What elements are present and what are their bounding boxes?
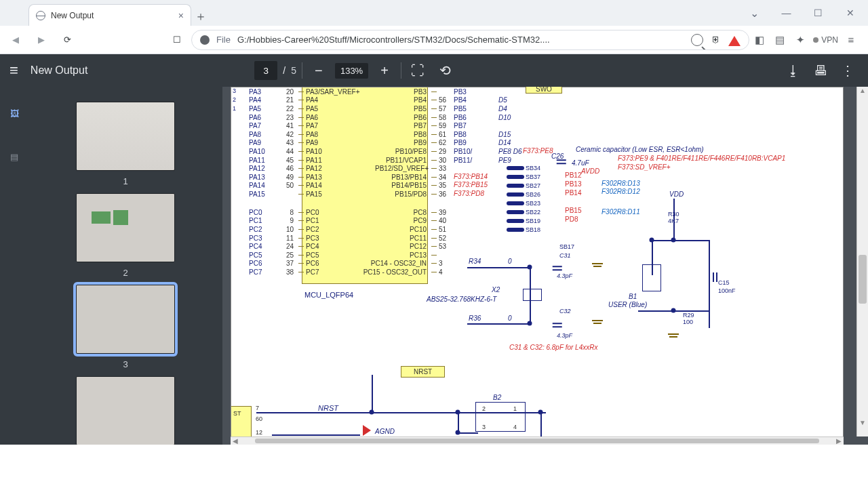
pdf-toolbar: ≡ New Output / 5 − 133% + ⛶ ⟲ ⭳ 🖶 ⋮ bbox=[0, 54, 868, 87]
tab-strip: New Output × ＋ ⌄ — ☐ ✕ bbox=[0, 0, 868, 26]
vpn-button[interactable]: VPN bbox=[813, 35, 838, 45]
nrst-label: NRST bbox=[401, 366, 445, 378]
back-button[interactable]: ◀ bbox=[4, 28, 27, 52]
close-window-button[interactable]: ✕ bbox=[835, 3, 865, 23]
bookmark-icon[interactable]: ☐ bbox=[165, 28, 189, 52]
maximize-button[interactable]: ☐ bbox=[803, 3, 833, 23]
scroll-up-icon[interactable]: ▲ bbox=[857, 87, 868, 96]
browser-tab[interactable]: New Output × bbox=[28, 4, 191, 26]
url-bar: ◀ ▶ ⟳ ☐ File G:/Hobbies-Career%20Stuff/M… bbox=[0, 26, 868, 54]
mcu-label: MCU_LQFP64 bbox=[304, 291, 353, 299]
tabs-dropdown-icon[interactable]: ⌄ bbox=[739, 3, 770, 23]
hscroll-thumb[interactable] bbox=[255, 439, 819, 443]
sidebar-icon[interactable]: ◧ bbox=[752, 33, 767, 47]
page-number-input[interactable] bbox=[254, 61, 277, 80]
zoom-in-button[interactable]: + bbox=[374, 60, 395, 81]
pdf-viewer: ≡ New Output / 5 − 133% + ⛶ ⟲ ⭳ 🖶 ⋮ 🖼 ▤ … bbox=[0, 54, 868, 445]
scroll-thumb[interactable] bbox=[859, 255, 867, 304]
rotate-icon[interactable]: ⟲ bbox=[434, 60, 456, 81]
thumbnails-tab-icon[interactable]: 🖼 bbox=[4, 103, 24, 123]
thumbnail-panel[interactable]: 1 2 3 bbox=[28, 87, 222, 445]
zoom-icon[interactable] bbox=[691, 34, 703, 46]
leo-ai-icon[interactable]: ✦ bbox=[793, 33, 808, 47]
file-scheme-label: File bbox=[216, 35, 231, 45]
fit-page-icon[interactable]: ⛶ bbox=[407, 60, 429, 81]
tab-title: New Output bbox=[51, 11, 94, 20]
forward-button[interactable]: ▶ bbox=[30, 28, 53, 52]
url-field[interactable]: File G:/Hobbies-Career%20Stuff/Microcont… bbox=[191, 30, 749, 50]
vertical-scrollbar[interactable]: ▲ ▼ bbox=[856, 87, 868, 436]
page-area[interactable]: 3 2 1 SWO MCU_LQFP64 PA320PA3/SAR_VREF+P… bbox=[222, 87, 868, 445]
scroll-left-icon[interactable]: ◀ bbox=[231, 437, 240, 445]
shield-icon[interactable]: ⛨ bbox=[711, 35, 720, 45]
horizontal-scrollbar[interactable]: ◀ ▶ bbox=[231, 436, 844, 445]
thumbnail-2[interactable] bbox=[76, 193, 175, 262]
thumbnail-3[interactable] bbox=[76, 285, 175, 354]
scroll-down-icon[interactable]: ▼ bbox=[857, 419, 868, 428]
new-tab-button[interactable]: ＋ bbox=[191, 7, 210, 26]
pdf-page: 3 2 1 SWO MCU_LQFP64 PA320PA3/SAR_VREF+P… bbox=[231, 87, 844, 439]
thumbnail-1[interactable] bbox=[76, 102, 175, 171]
download-icon[interactable]: ⭳ bbox=[783, 60, 804, 81]
globe-icon bbox=[36, 11, 45, 20]
minimize-button[interactable]: — bbox=[771, 3, 802, 23]
zoom-out-button[interactable]: − bbox=[308, 60, 330, 81]
more-icon[interactable]: ⋮ bbox=[837, 60, 859, 81]
thumbnail-4[interactable] bbox=[76, 376, 175, 445]
site-info-icon[interactable] bbox=[200, 35, 210, 45]
app-menu-icon[interactable]: ≡ bbox=[844, 33, 859, 47]
print-icon[interactable]: 🖶 bbox=[810, 60, 831, 81]
sidebar-toggle-icon[interactable]: ≡ bbox=[9, 62, 18, 79]
close-tab-icon[interactable]: × bbox=[178, 11, 184, 20]
doc-title: New Output bbox=[31, 64, 87, 77]
page-separator: / bbox=[283, 65, 285, 76]
zoom-value[interactable]: 133% bbox=[335, 63, 368, 79]
outline-tab-icon[interactable]: ▤ bbox=[4, 146, 24, 167]
scroll-right-icon[interactable]: ▶ bbox=[834, 437, 844, 445]
page-total: 5 bbox=[291, 65, 296, 76]
reload-button[interactable]: ⟳ bbox=[56, 28, 79, 52]
wallet-icon[interactable]: ▤ bbox=[772, 33, 787, 47]
warning-triangle-icon[interactable] bbox=[728, 36, 741, 46]
url-text: G:/Hobbies-Career%20Stuff/Microcontrolle… bbox=[237, 35, 550, 45]
swo-label: SWO bbox=[526, 87, 562, 94]
side-rail: 🖼 ▤ bbox=[0, 87, 28, 445]
